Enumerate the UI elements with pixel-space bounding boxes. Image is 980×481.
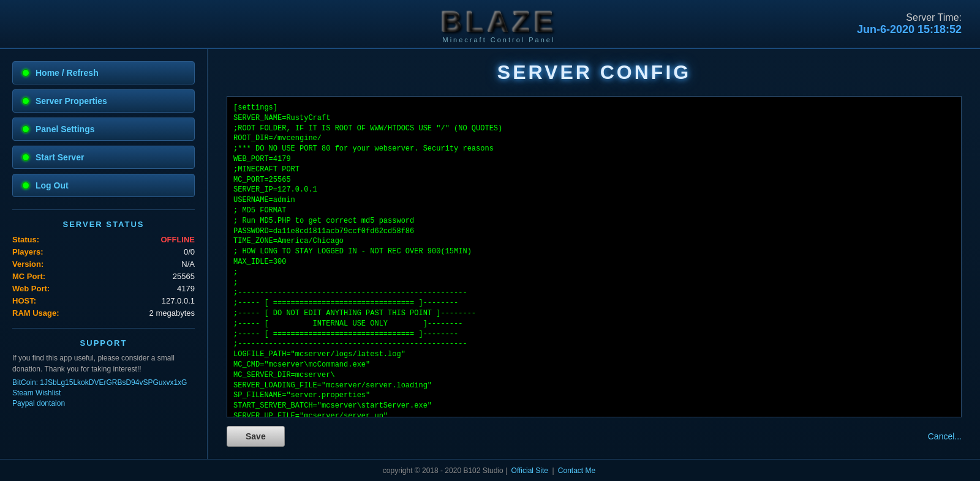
footer-link-contact[interactable]: Contact Me — [558, 466, 595, 475]
content-area: SERVER CONFIG Save Cancel... — [208, 49, 980, 459]
save-button[interactable]: Save — [227, 426, 285, 447]
logo-text: BLAZE — [440, 5, 557, 39]
status-row-status: Status: OFFLINE — [12, 235, 195, 244]
nav-server-properties[interactable]: Server Properties — [12, 89, 195, 113]
status-value-status: OFFLINE — [160, 235, 195, 244]
server-time-area: Server Time: Jun-6-2020 15:18:52 — [857, 12, 962, 36]
footer-text: copyright © 2018 - 2020 B102 Studio — [383, 466, 503, 475]
status-label-version: Version: — [12, 259, 43, 269]
page-title: SERVER CONFIG — [227, 61, 962, 84]
sidebar: Home / Refresh Server Properties Panel S… — [0, 49, 208, 459]
status-label-web-port: Web Port: — [12, 284, 50, 293]
main-layout: Home / Refresh Server Properties Panel S… — [0, 49, 980, 459]
nav-section: Home / Refresh Server Properties Panel S… — [12, 61, 195, 202]
server-status-title: SERVER STATUS — [12, 220, 195, 229]
config-editor-container — [227, 96, 962, 417]
status-row-ram: RAM Usage: 2 megabytes — [12, 308, 195, 318]
status-row-players: Players: 0/0 — [12, 247, 195, 256]
nav-label-panel-settings: Panel Settings — [36, 124, 185, 134]
server-time-label: Server Time: — [857, 12, 962, 23]
nav-home-refresh[interactable]: Home / Refresh — [12, 61, 195, 84]
support-text: If you find this app useful, please cons… — [12, 352, 195, 375]
support-link-paypal[interactable]: Paypal dontaion — [12, 399, 195, 408]
nav-dot-server-properties — [22, 97, 29, 105]
support-section: SUPPORT If you find this app useful, ple… — [12, 338, 195, 409]
status-row-web-port: Web Port: 4179 — [12, 284, 195, 293]
server-time-value: Jun-6-2020 15:18:52 — [857, 23, 962, 36]
status-value-host: 127.0.0.1 — [162, 296, 195, 305]
cancel-link[interactable]: Cancel... — [928, 431, 962, 441]
nav-panel-settings[interactable]: Panel Settings — [12, 117, 195, 141]
nav-label-log-out: Log Out — [36, 181, 185, 190]
status-value-version: N/A — [181, 259, 195, 269]
status-label-players: Players: — [12, 247, 43, 256]
nav-start-server[interactable]: Start Server — [12, 146, 195, 169]
sidebar-divider — [12, 209, 195, 210]
nav-label-home: Home / Refresh — [36, 68, 185, 78]
nav-log-out[interactable]: Log Out — [12, 174, 195, 197]
support-link-steam[interactable]: Steam Wishlist — [12, 389, 195, 397]
status-label-mc-port: MC Port: — [12, 272, 45, 281]
status-label-host: HOST: — [12, 296, 36, 305]
status-label-ram: RAM Usage: — [12, 308, 59, 318]
footer: copyright © 2018 - 2020 B102 Studio | Of… — [0, 459, 980, 481]
footer-link-official[interactable]: Official Site — [511, 466, 548, 475]
server-status-section: SERVER STATUS Status: OFFLINE Players: 0… — [12, 220, 195, 321]
nav-dot-panel-settings — [22, 125, 29, 133]
status-value-mc-port: 25565 — [173, 272, 195, 281]
status-row-version: Version: N/A — [12, 259, 195, 269]
nav-dot-start-server — [22, 154, 29, 161]
status-label-status: Status: — [12, 235, 39, 244]
nav-dot-home — [22, 69, 29, 76]
support-title: SUPPORT — [12, 338, 195, 348]
status-row-host: HOST: 127.0.0.1 — [12, 296, 195, 305]
status-value-players: 0/0 — [184, 247, 195, 256]
nav-dot-log-out — [22, 182, 29, 189]
status-row-mc-port: MC Port: 25565 — [12, 272, 195, 281]
buttons-row: Save Cancel... — [227, 426, 962, 447]
config-textarea[interactable] — [227, 97, 961, 417]
logo-area: BLAZE Minecraft Control Panel — [440, 5, 557, 43]
logo-subtitle: Minecraft Control Panel — [442, 36, 555, 43]
nav-label-start-server: Start Server — [36, 152, 185, 162]
header: BLAZE Minecraft Control Panel Server Tim… — [0, 0, 980, 49]
sidebar-divider2 — [12, 328, 195, 329]
status-value-web-port: 4179 — [177, 284, 195, 293]
support-link-bitcoin[interactable]: BitCoin: 1JSbLg15LkokDVErGRBsD94vSPGuxvx… — [12, 378, 195, 387]
footer-separator1: | — [503, 466, 510, 475]
status-value-ram: 2 megabytes — [149, 308, 195, 318]
nav-label-server-properties: Server Properties — [36, 96, 185, 106]
footer-separator2: | — [550, 466, 556, 475]
